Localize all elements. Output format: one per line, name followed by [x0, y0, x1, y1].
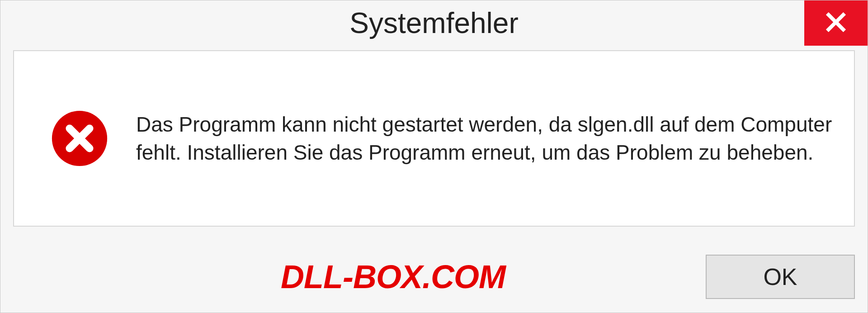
dialog-title: Systemfehler — [349, 6, 518, 40]
content-panel: Das Programm kann nicht gestartet werden… — [13, 50, 855, 227]
error-dialog: Systemfehler Das Programm kann nicht ges… — [0, 0, 868, 313]
title-bar: Systemfehler — [0, 0, 868, 46]
error-icon — [50, 109, 109, 168]
error-message: Das Programm kann nicht gestartet werden… — [136, 110, 836, 166]
ok-button[interactable]: OK — [706, 255, 855, 299]
close-button[interactable] — [804, 0, 868, 46]
dialog-footer: DLL-BOX.COM OK — [0, 255, 868, 299]
watermark-text: DLL-BOX.COM — [281, 258, 505, 295]
close-icon — [823, 9, 849, 37]
